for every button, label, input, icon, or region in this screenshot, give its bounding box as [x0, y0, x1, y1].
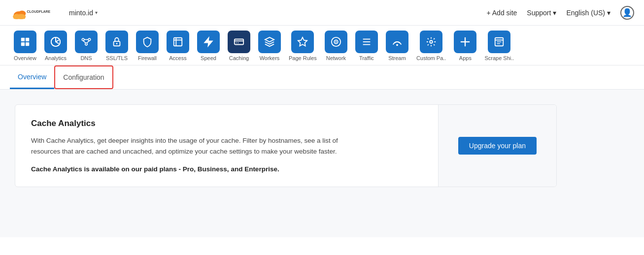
svg-marker-24 [204, 37, 213, 46]
nav-label-traffic: Traffic [359, 55, 374, 61]
svg-rect-6 [21, 38, 25, 41]
nav-icon-overview [14, 31, 36, 53]
nav-item-analytics[interactable]: Analytics [40, 31, 71, 65]
nav-item-firewall[interactable]: Firewall [132, 31, 163, 65]
svg-rect-21 [174, 38, 182, 46]
support-button[interactable]: Support ▾ [527, 9, 556, 17]
svg-line-17 [83, 41, 86, 43]
nav-icon-page-rules [291, 31, 314, 53]
site-selector[interactable]: minto.id ▾ [69, 9, 98, 17]
nav-label-firewall: Firewall [138, 55, 157, 61]
nav-item-workers[interactable]: Workers [254, 31, 285, 65]
svg-point-15 [85, 43, 88, 45]
nav-item-ssl-tls[interactable]: SSL/TLS [102, 31, 132, 65]
support-label: Support [527, 9, 551, 17]
upgrade-plan-button[interactable]: Upgrade your plan [458, 137, 537, 155]
user-avatar[interactable]: 👤 [620, 6, 634, 20]
tabs-row: OverviewConfiguration [0, 65, 644, 90]
nav-item-network[interactable]: Network [321, 31, 351, 65]
language-label: English (US) [566, 9, 605, 17]
nav-label-custom-pages: Custom Pa.. [416, 55, 446, 61]
topbar: CLOUDFLARE minto.id ▾ + Add site Support… [0, 0, 644, 26]
svg-marker-29 [298, 37, 307, 46]
nav-label-overview: Overview [14, 55, 36, 61]
card-description: With Cache Analytics, get deeper insight… [31, 135, 346, 157]
nav-icon-access [167, 31, 189, 53]
nav-item-scrape-shield[interactable]: Scrape Shi.. [480, 31, 518, 65]
site-name: minto.id [69, 9, 93, 17]
svg-line-11 [56, 40, 59, 42]
nav-icon-speed [197, 31, 220, 53]
nav-item-speed[interactable]: Speed [193, 31, 224, 65]
nav-label-access: Access [169, 55, 186, 61]
nav-label-ssl-tls: SSL/TLS [106, 55, 128, 61]
nav-label-apps: Apps [459, 55, 472, 61]
nav-icon-custom-pages [420, 31, 442, 53]
nav-icon-dns [75, 31, 98, 53]
card-action: Upgrade your plan [438, 105, 556, 187]
nav-label-dns: DNS [80, 55, 92, 61]
svg-rect-25 [235, 39, 243, 45]
nav-icons-row: OverviewAnalyticsDNSSSL/TLSFirewallAcces… [0, 26, 644, 65]
nav-icon-workers [258, 31, 281, 53]
cache-analytics-card: Cache Analytics With Cache Analytics, ge… [15, 104, 557, 187]
nav-item-caching[interactable]: Caching [224, 31, 254, 65]
nav-icon-apps [454, 31, 476, 53]
svg-rect-4 [14, 16, 25, 18]
svg-point-32 [336, 41, 337, 43]
site-dropdown-chevron: ▾ [95, 10, 98, 15]
card-body: Cache Analytics With Cache Analytics, ge… [15, 105, 438, 187]
nav-item-custom-pages[interactable]: Custom Pa.. [412, 31, 450, 65]
nav-label-scrape-shield: Scrape Shi.. [484, 55, 514, 61]
nav-item-overview[interactable]: Overview [10, 31, 40, 65]
nav-item-traffic[interactable]: Traffic [351, 31, 382, 65]
nav-icon-firewall [136, 31, 159, 53]
nav-icon-traffic [355, 31, 378, 53]
nav-icon-caching [228, 31, 250, 53]
main-content: Cache Analytics With Cache Analytics, ge… [0, 90, 644, 237]
nav-icon-analytics [44, 31, 67, 53]
nav-item-access[interactable]: Access [163, 31, 193, 65]
nav-label-speed: Speed [201, 55, 216, 61]
svg-point-13 [82, 38, 84, 41]
svg-point-36 [396, 44, 398, 46]
svg-rect-9 [26, 42, 29, 46]
topbar-right: + Add site Support ▾ English (US) ▾ 👤 [486, 6, 634, 20]
svg-point-14 [88, 38, 91, 41]
language-chevron: ▾ [607, 9, 610, 17]
svg-text:CLOUDFLARE: CLOUDFLARE [27, 10, 51, 13]
language-button[interactable]: English (US) ▾ [566, 9, 610, 17]
support-chevron: ▾ [553, 9, 556, 17]
nav-label-analytics: Analytics [45, 55, 67, 61]
svg-rect-8 [21, 42, 25, 46]
nav-label-workers: Workers [260, 55, 280, 61]
nav-icon-network [325, 31, 347, 53]
svg-rect-7 [26, 38, 29, 41]
tab-overview[interactable]: Overview [10, 66, 54, 89]
svg-point-20 [116, 43, 118, 44]
nav-label-network: Network [326, 55, 346, 61]
svg-point-28 [237, 42, 238, 43]
nav-icon-ssl-tls [105, 31, 128, 53]
tab-configuration[interactable]: Configuration [54, 65, 113, 89]
svg-point-27 [236, 42, 237, 43]
cloudflare-logo: CLOUDFLARE [10, 4, 59, 22]
logo-area: CLOUDFLARE [10, 4, 59, 22]
svg-point-37 [430, 40, 433, 43]
nav-item-stream[interactable]: Stream [382, 31, 412, 65]
nav-icon-stream [386, 31, 408, 53]
nav-item-apps[interactable]: Apps [450, 31, 480, 65]
nav-icon-scrape-shield [488, 31, 510, 53]
add-site-button[interactable]: + Add site [486, 9, 517, 17]
card-note: Cache Analytics is available on our paid… [31, 165, 422, 173]
nav-item-dns[interactable]: DNS [71, 31, 102, 65]
nav-item-page-rules[interactable]: Page Rules [285, 31, 321, 65]
card-title: Cache Analytics [31, 119, 422, 128]
nav-label-caching: Caching [229, 55, 249, 61]
nav-label-page-rules: Page Rules [289, 55, 317, 61]
svg-line-18 [87, 41, 90, 43]
nav-label-stream: Stream [388, 55, 406, 61]
